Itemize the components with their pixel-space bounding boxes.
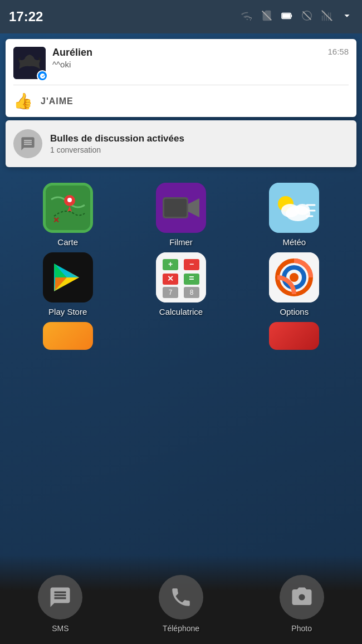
svg-text:?: ? — [250, 17, 252, 22]
notif-time: 16:58 — [327, 47, 349, 56]
partial-app-row — [11, 322, 351, 350]
notif-sender: Aurélien — [52, 47, 92, 58]
app-carte[interactable]: ✕ Carte — [32, 183, 104, 247]
photo-icon — [280, 575, 324, 619]
carte-icon: ✕ — [43, 183, 93, 233]
options-label: Options — [280, 307, 309, 316]
app-grid: ✕ Carte Filmer — [0, 172, 362, 350]
dock-sms[interactable]: SMS — [38, 575, 82, 633]
dock: SMS Téléphone Photo — [0, 555, 362, 644]
options-icon — [269, 252, 319, 303]
dnd-off-icon — [301, 9, 313, 25]
notifications-area: Aurélien 16:58 ^^oki 👍 J'AIME Bulles de … — [0, 33, 362, 172]
calculatrice-label: Calculatrice — [159, 307, 203, 316]
notif2-title: Bulles de discussion activées — [50, 133, 349, 144]
notif-action-like[interactable]: 👍 J'AIME — [6, 85, 356, 117]
partial-app-right — [269, 322, 319, 350]
status-icons: ? — [241, 9, 353, 25]
svg-text:✕: ✕ — [167, 274, 174, 283]
partial-app-center-space — [156, 322, 206, 350]
status-bar: 17:22 ? — [0, 0, 362, 33]
dock-telephone[interactable]: Téléphone — [159, 575, 203, 633]
app-calculatrice[interactable]: + − ✕ = 7 8 Calculatrice — [145, 252, 217, 316]
svg-rect-4 — [282, 13, 291, 18]
sms-label: SMS — [52, 624, 69, 633]
wifi-question-icon: ? — [241, 9, 253, 25]
notif-action-label: J'AIME — [41, 96, 74, 106]
svg-text:=: = — [189, 274, 194, 283]
partial-app-left — [43, 322, 93, 350]
svg-text:8: 8 — [190, 289, 194, 296]
dock-photo[interactable]: Photo — [280, 575, 324, 633]
svg-rect-3 — [291, 14, 292, 17]
app-filmer[interactable]: Filmer — [145, 183, 217, 247]
playstore-label: Play Store — [48, 307, 87, 316]
svg-rect-10 — [46, 186, 90, 230]
filmer-icon — [156, 183, 206, 233]
sim-off-icon — [261, 9, 273, 25]
calculatrice-icon: + − ✕ = 7 8 — [156, 252, 206, 303]
svg-text:7: 7 — [169, 289, 173, 296]
notif2-content: Bulles de discussion activées 1 conversa… — [50, 133, 349, 154]
sms-icon — [38, 575, 82, 619]
playstore-icon — [43, 252, 93, 303]
status-time: 17:22 — [9, 9, 43, 25]
telephone-icon — [159, 575, 203, 619]
filmer-label: Filmer — [169, 237, 193, 247]
svg-point-42 — [290, 273, 299, 282]
app-options[interactable]: Options — [258, 252, 330, 316]
photo-label: Photo — [291, 624, 312, 633]
svg-text:−: − — [189, 260, 194, 269]
notification-messenger-bubbles[interactable]: Bulles de discussion activées 1 conversa… — [6, 120, 356, 167]
svg-text:+: + — [168, 260, 173, 269]
notif-content: Aurélien 16:58 ^^oki — [52, 47, 349, 69]
notif-message: ^^oki — [52, 60, 349, 69]
telephone-label: Téléphone — [163, 624, 199, 633]
dropdown-icon[interactable] — [341, 9, 353, 25]
svg-point-12 — [67, 198, 72, 202]
svg-line-6 — [303, 11, 311, 19]
notif-avatar-wrap — [13, 47, 46, 79]
notification-fb-message[interactable]: Aurélien 16:58 ^^oki 👍 J'AIME — [6, 39, 356, 117]
meteo-icon — [269, 183, 319, 233]
svg-rect-16 — [164, 199, 187, 217]
messenger-badge — [37, 70, 48, 81]
battery-icon — [281, 9, 293, 25]
app-row-2: Play Store + − ✕ = — [11, 252, 351, 316]
carte-label: Carte — [57, 237, 78, 247]
meteo-label: Météo — [282, 237, 306, 247]
signal-off-icon — [321, 9, 333, 25]
app-row-1: ✕ Carte Filmer — [11, 183, 351, 247]
thumbs-up-icon: 👍 — [13, 92, 33, 110]
app-playstore[interactable]: Play Store — [32, 252, 104, 316]
messenger-bubble-icon — [13, 129, 42, 158]
svg-text:✕: ✕ — [53, 216, 60, 225]
notif2-subtitle: 1 conversation — [50, 145, 349, 154]
app-meteo[interactable]: Météo — [258, 183, 330, 247]
